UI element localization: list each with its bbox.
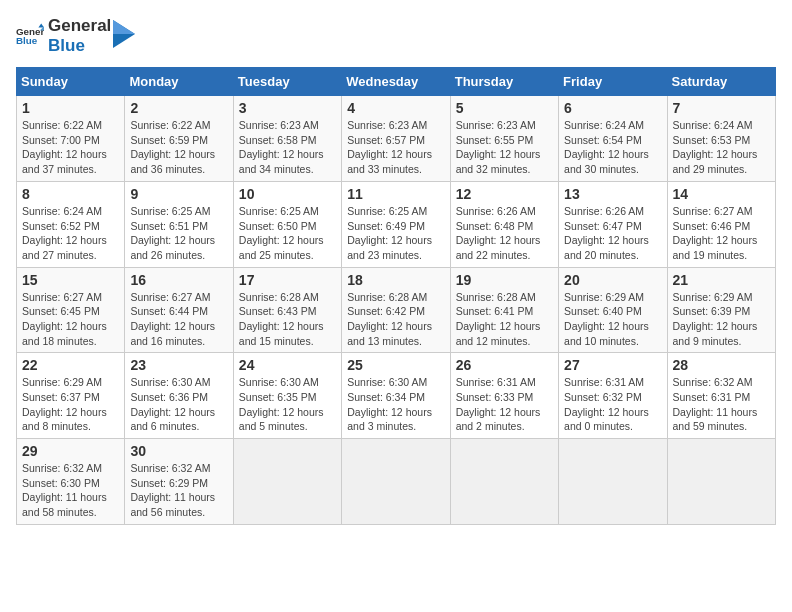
day-number: 6 [564, 100, 661, 116]
calendar-cell: 23Sunrise: 6:30 AMSunset: 6:36 PMDayligh… [125, 353, 233, 439]
day-info: Sunrise: 6:30 AMSunset: 6:36 PMDaylight:… [130, 375, 227, 434]
day-info: Sunrise: 6:24 AMSunset: 6:52 PMDaylight:… [22, 204, 119, 263]
day-number: 5 [456, 100, 553, 116]
day-info: Sunrise: 6:28 AMSunset: 6:41 PMDaylight:… [456, 290, 553, 349]
day-info: Sunrise: 6:27 AMSunset: 6:45 PMDaylight:… [22, 290, 119, 349]
day-info: Sunrise: 6:24 AMSunset: 6:54 PMDaylight:… [564, 118, 661, 177]
day-info: Sunrise: 6:22 AMSunset: 6:59 PMDaylight:… [130, 118, 227, 177]
calendar-cell: 1Sunrise: 6:22 AMSunset: 7:00 PMDaylight… [17, 96, 125, 182]
calendar-cell: 24Sunrise: 6:30 AMSunset: 6:35 PMDayligh… [233, 353, 341, 439]
calendar-cell: 20Sunrise: 6:29 AMSunset: 6:40 PMDayligh… [559, 267, 667, 353]
calendar-cell: 7Sunrise: 6:24 AMSunset: 6:53 PMDaylight… [667, 96, 775, 182]
day-number: 16 [130, 272, 227, 288]
calendar-cell: 15Sunrise: 6:27 AMSunset: 6:45 PMDayligh… [17, 267, 125, 353]
calendar-cell: 6Sunrise: 6:24 AMSunset: 6:54 PMDaylight… [559, 96, 667, 182]
day-number: 9 [130, 186, 227, 202]
calendar-week-row: 29Sunrise: 6:32 AMSunset: 6:30 PMDayligh… [17, 439, 776, 525]
day-info: Sunrise: 6:27 AMSunset: 6:44 PMDaylight:… [130, 290, 227, 349]
calendar-cell: 17Sunrise: 6:28 AMSunset: 6:43 PMDayligh… [233, 267, 341, 353]
weekday-header-saturday: Saturday [667, 68, 775, 96]
calendar-cell: 3Sunrise: 6:23 AMSunset: 6:58 PMDaylight… [233, 96, 341, 182]
day-info: Sunrise: 6:30 AMSunset: 6:35 PMDaylight:… [239, 375, 336, 434]
day-info: Sunrise: 6:29 AMSunset: 6:40 PMDaylight:… [564, 290, 661, 349]
day-info: Sunrise: 6:28 AMSunset: 6:43 PMDaylight:… [239, 290, 336, 349]
day-number: 14 [673, 186, 770, 202]
calendar-cell: 25Sunrise: 6:30 AMSunset: 6:34 PMDayligh… [342, 353, 450, 439]
calendar-cell: 8Sunrise: 6:24 AMSunset: 6:52 PMDaylight… [17, 181, 125, 267]
day-info: Sunrise: 6:30 AMSunset: 6:34 PMDaylight:… [347, 375, 444, 434]
day-number: 20 [564, 272, 661, 288]
day-number: 25 [347, 357, 444, 373]
weekday-header-sunday: Sunday [17, 68, 125, 96]
calendar-cell: 2Sunrise: 6:22 AMSunset: 6:59 PMDaylight… [125, 96, 233, 182]
calendar-week-row: 22Sunrise: 6:29 AMSunset: 6:37 PMDayligh… [17, 353, 776, 439]
calendar-cell: 13Sunrise: 6:26 AMSunset: 6:47 PMDayligh… [559, 181, 667, 267]
day-number: 22 [22, 357, 119, 373]
day-number: 13 [564, 186, 661, 202]
day-info: Sunrise: 6:29 AMSunset: 6:37 PMDaylight:… [22, 375, 119, 434]
calendar-cell: 4Sunrise: 6:23 AMSunset: 6:57 PMDaylight… [342, 96, 450, 182]
day-number: 17 [239, 272, 336, 288]
svg-marker-5 [113, 20, 135, 34]
logo-general: General [48, 16, 111, 36]
day-info: Sunrise: 6:26 AMSunset: 6:48 PMDaylight:… [456, 204, 553, 263]
calendar-week-row: 15Sunrise: 6:27 AMSunset: 6:45 PMDayligh… [17, 267, 776, 353]
day-number: 2 [130, 100, 227, 116]
calendar-cell: 16Sunrise: 6:27 AMSunset: 6:44 PMDayligh… [125, 267, 233, 353]
weekday-header-tuesday: Tuesday [233, 68, 341, 96]
day-info: Sunrise: 6:22 AMSunset: 7:00 PMDaylight:… [22, 118, 119, 177]
day-info: Sunrise: 6:24 AMSunset: 6:53 PMDaylight:… [673, 118, 770, 177]
weekday-header-wednesday: Wednesday [342, 68, 450, 96]
calendar-cell [559, 439, 667, 525]
logo: General Blue General Blue [16, 16, 135, 55]
calendar-table: SundayMondayTuesdayWednesdayThursdayFrid… [16, 67, 776, 525]
day-number: 23 [130, 357, 227, 373]
day-info: Sunrise: 6:27 AMSunset: 6:46 PMDaylight:… [673, 204, 770, 263]
day-number: 30 [130, 443, 227, 459]
day-number: 3 [239, 100, 336, 116]
calendar-cell: 9Sunrise: 6:25 AMSunset: 6:51 PMDaylight… [125, 181, 233, 267]
day-info: Sunrise: 6:25 AMSunset: 6:51 PMDaylight:… [130, 204, 227, 263]
day-info: Sunrise: 6:29 AMSunset: 6:39 PMDaylight:… [673, 290, 770, 349]
calendar-cell: 11Sunrise: 6:25 AMSunset: 6:49 PMDayligh… [342, 181, 450, 267]
calendar-cell: 10Sunrise: 6:25 AMSunset: 6:50 PMDayligh… [233, 181, 341, 267]
calendar-cell: 12Sunrise: 6:26 AMSunset: 6:48 PMDayligh… [450, 181, 558, 267]
day-number: 7 [673, 100, 770, 116]
day-number: 24 [239, 357, 336, 373]
day-number: 12 [456, 186, 553, 202]
weekday-header-thursday: Thursday [450, 68, 558, 96]
weekday-header-row: SundayMondayTuesdayWednesdayThursdayFrid… [17, 68, 776, 96]
day-number: 28 [673, 357, 770, 373]
day-number: 10 [239, 186, 336, 202]
day-number: 11 [347, 186, 444, 202]
day-info: Sunrise: 6:26 AMSunset: 6:47 PMDaylight:… [564, 204, 661, 263]
day-number: 8 [22, 186, 119, 202]
day-number: 4 [347, 100, 444, 116]
weekday-header-friday: Friday [559, 68, 667, 96]
calendar-cell [450, 439, 558, 525]
day-info: Sunrise: 6:25 AMSunset: 6:50 PMDaylight:… [239, 204, 336, 263]
calendar-cell: 18Sunrise: 6:28 AMSunset: 6:42 PMDayligh… [342, 267, 450, 353]
logo-icon: General Blue [16, 22, 44, 50]
day-number: 26 [456, 357, 553, 373]
day-info: Sunrise: 6:25 AMSunset: 6:49 PMDaylight:… [347, 204, 444, 263]
day-info: Sunrise: 6:23 AMSunset: 6:57 PMDaylight:… [347, 118, 444, 177]
logo-arrow-icon [113, 20, 135, 48]
day-number: 29 [22, 443, 119, 459]
calendar-cell: 19Sunrise: 6:28 AMSunset: 6:41 PMDayligh… [450, 267, 558, 353]
calendar-cell [342, 439, 450, 525]
day-number: 18 [347, 272, 444, 288]
day-info: Sunrise: 6:32 AMSunset: 6:29 PMDaylight:… [130, 461, 227, 520]
calendar-week-row: 1Sunrise: 6:22 AMSunset: 7:00 PMDaylight… [17, 96, 776, 182]
day-info: Sunrise: 6:23 AMSunset: 6:55 PMDaylight:… [456, 118, 553, 177]
calendar-cell [667, 439, 775, 525]
calendar-cell: 30Sunrise: 6:32 AMSunset: 6:29 PMDayligh… [125, 439, 233, 525]
calendar-cell: 28Sunrise: 6:32 AMSunset: 6:31 PMDayligh… [667, 353, 775, 439]
day-number: 21 [673, 272, 770, 288]
calendar-cell: 27Sunrise: 6:31 AMSunset: 6:32 PMDayligh… [559, 353, 667, 439]
day-number: 15 [22, 272, 119, 288]
calendar-cell [233, 439, 341, 525]
calendar-cell: 5Sunrise: 6:23 AMSunset: 6:55 PMDaylight… [450, 96, 558, 182]
day-number: 1 [22, 100, 119, 116]
day-info: Sunrise: 6:32 AMSunset: 6:30 PMDaylight:… [22, 461, 119, 520]
